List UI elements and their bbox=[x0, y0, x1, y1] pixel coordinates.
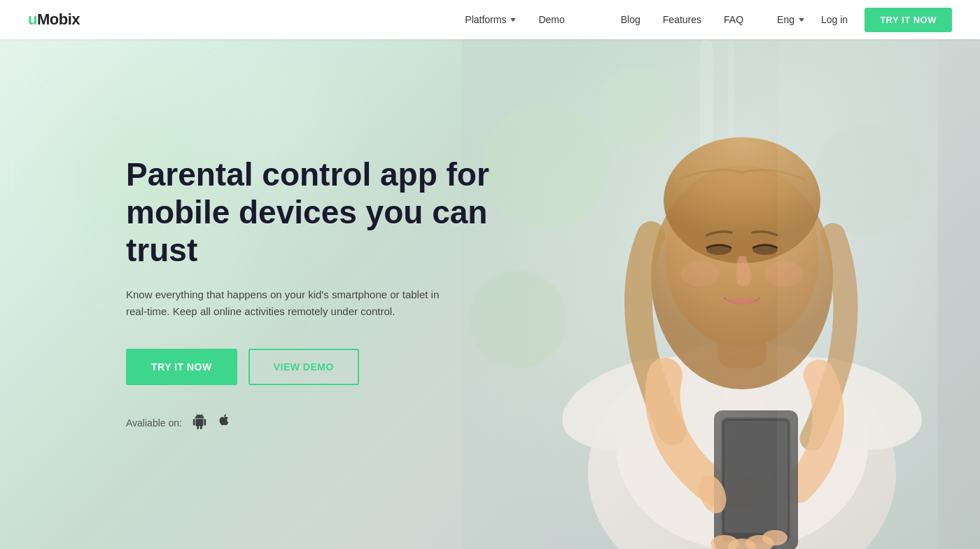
hero-content: Parental control app for mobile devices … bbox=[0, 116, 490, 433]
logo[interactable]: uMobix bbox=[28, 11, 80, 29]
try-now-nav-label: TRY IT NOW bbox=[880, 15, 937, 25]
hero-subtext: Know everything that happens on your kid… bbox=[126, 286, 455, 321]
hero-buttons: TRY IT NOW VIEW DEMO bbox=[126, 349, 490, 385]
nav-platforms[interactable]: Platforms bbox=[465, 14, 516, 25]
nav-links: Platforms Demo Blog Features FAQ bbox=[465, 14, 743, 25]
faq-label: FAQ bbox=[724, 14, 743, 25]
login-label: Log in bbox=[821, 14, 848, 25]
view-demo-label: VIEW DEMO bbox=[274, 361, 334, 373]
nav-faq[interactable]: FAQ bbox=[724, 14, 743, 25]
svg-point-1 bbox=[483, 102, 609, 228]
language-selector[interactable]: Eng bbox=[777, 14, 804, 25]
svg-rect-29 bbox=[777, 39, 938, 549]
nav-blog[interactable]: Blog bbox=[621, 14, 640, 25]
platforms-chevron-icon bbox=[510, 18, 516, 22]
logo-prefix: u bbox=[28, 11, 37, 28]
platforms-label: Platforms bbox=[465, 14, 506, 25]
language-label: Eng bbox=[777, 14, 794, 25]
language-chevron-icon bbox=[799, 18, 804, 22]
android-icon[interactable] bbox=[192, 414, 207, 433]
login-link[interactable]: Log in bbox=[821, 14, 848, 25]
try-now-label: TRY IT NOW bbox=[151, 361, 212, 373]
available-label: Avaliable on: bbox=[126, 417, 182, 429]
available-on-section: Avaliable on: bbox=[126, 413, 490, 433]
hero-illustration bbox=[462, 39, 938, 549]
apple-icon[interactable] bbox=[217, 413, 231, 433]
svg-point-3 bbox=[595, 67, 679, 151]
logo-suffix: Mobix bbox=[37, 11, 80, 28]
svg-point-18 bbox=[680, 261, 720, 286]
hero-headline: Parental control app for mobile devices … bbox=[126, 155, 490, 270]
nav-right: Eng Log in TRY IT NOW bbox=[777, 8, 952, 32]
features-label: Features bbox=[663, 14, 701, 25]
navbar: uMobix Platforms Demo Blog Features FAQ … bbox=[0, 0, 980, 39]
blog-label: Blog bbox=[621, 14, 640, 25]
try-now-nav-button[interactable]: TRY IT NOW bbox=[864, 8, 952, 32]
demo-label: Demo bbox=[538, 14, 564, 25]
hero-section: Parental control app for mobile devices … bbox=[0, 0, 980, 549]
view-demo-button[interactable]: VIEW DEMO bbox=[248, 349, 359, 385]
hero-image bbox=[462, 39, 938, 549]
nav-features[interactable]: Features bbox=[663, 14, 701, 25]
try-it-now-button[interactable]: TRY IT NOW bbox=[126, 349, 237, 385]
nav-demo[interactable]: Demo bbox=[538, 14, 564, 25]
